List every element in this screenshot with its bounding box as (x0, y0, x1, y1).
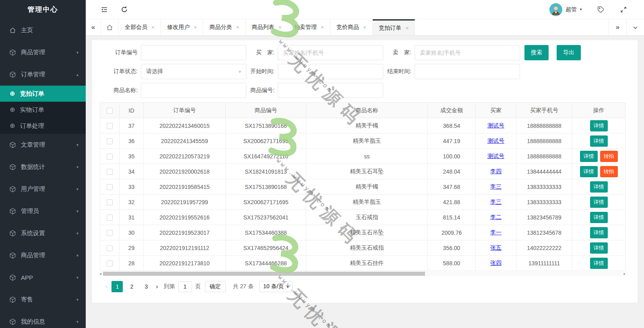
tab-home[interactable] (101, 19, 119, 35)
sidebar-item[interactable]: 文章管理▼ (0, 134, 86, 156)
order-status-select[interactable]: 请选择 ▼ (141, 64, 246, 79)
page-button[interactable]: 2 (126, 281, 137, 292)
end-time-input[interactable] (415, 64, 520, 79)
close-icon[interactable]: × (363, 24, 366, 31)
row-checkbox[interactable] (107, 245, 113, 251)
page-button[interactable]: 3 (140, 281, 152, 292)
detail-button[interactable]: 详情 (590, 242, 608, 254)
buyer-link[interactable]: 李四 (490, 168, 502, 174)
scroll-right-arrow-icon[interactable]: ▸ (623, 271, 625, 276)
buyer-link[interactable]: 测试号 (487, 122, 504, 129)
sidebar-subitem[interactable]: ⊕实物订单 (0, 102, 86, 118)
detail-button[interactable]: 详情 (580, 151, 598, 162)
tab-label: 修改用户 (167, 24, 190, 31)
detail-button[interactable]: 详情 (590, 120, 608, 131)
close-icon[interactable]: × (279, 24, 282, 31)
tab-item[interactable]: 竞价商品× (330, 19, 373, 35)
close-icon[interactable]: × (236, 24, 239, 31)
row-checkbox[interactable] (107, 154, 113, 160)
sidebar-collapse-icon[interactable] (100, 6, 108, 14)
buyer-link[interactable]: 张五 (490, 244, 502, 251)
product-name-input[interactable] (141, 83, 246, 98)
user-menu[interactable]: 超管 ▼ (549, 3, 582, 16)
detail-button[interactable]: 详情 (580, 166, 598, 177)
close-icon[interactable]: × (151, 24, 155, 31)
tab-label: 拍卖管理 (294, 24, 317, 31)
sidebar-item[interactable]: 商品管理▼ (0, 41, 86, 64)
sidebar-item[interactable]: 寄售▼ (0, 289, 86, 311)
sidebar-item[interactable]: 管理员▼ (0, 200, 86, 222)
row-checkbox[interactable] (107, 138, 113, 144)
resell-button[interactable]: 转拍 (600, 151, 618, 162)
tab-item[interactable]: 全部会员× (119, 19, 161, 35)
buyer-link[interactable]: 李三 (490, 183, 502, 190)
detail-button[interactable]: 详情 (590, 197, 608, 208)
tag-icon[interactable] (597, 6, 605, 13)
tab-item[interactable]: 修改用户× (161, 19, 203, 35)
phone-cell: 13911111111 (516, 256, 572, 271)
detail-button[interactable]: 详情 (590, 258, 608, 269)
pagination-next-button[interactable]: › (153, 283, 160, 290)
tab-item[interactable]: 商品列表× (246, 19, 288, 35)
goto-page-input[interactable] (178, 281, 192, 292)
buyer-link[interactable]: 李二 (490, 214, 502, 220)
close-icon[interactable]: × (321, 24, 324, 31)
row-checkbox[interactable] (107, 215, 113, 221)
resell-button[interactable]: 转拍 (600, 166, 618, 177)
refresh-icon[interactable] (120, 6, 128, 14)
buyer-link[interactable]: 张四 (490, 260, 502, 266)
product-no-input[interactable] (278, 83, 383, 98)
detail-button[interactable]: 详情 (590, 212, 608, 223)
fullscreen-icon[interactable] (620, 6, 627, 13)
buyer-link[interactable]: 李三 (490, 199, 502, 205)
sidebar-item[interactable]: 系统设置▼ (0, 222, 86, 244)
sidebar-item[interactable]: 用户管理▼ (0, 178, 86, 200)
sidebar-subitem[interactable]: ⊕订单处理 (0, 118, 86, 134)
scrollbar-thumb[interactable] (103, 272, 425, 276)
sidebar-item[interactable]: 商品管理▼ (0, 244, 86, 266)
export-button[interactable]: 导出 (557, 45, 581, 60)
pagination-prev-button[interactable]: ‹ (103, 283, 110, 290)
row-checkbox[interactable] (107, 184, 113, 190)
tabs-menu-button[interactable] (626, 19, 644, 35)
tab-item[interactable]: 拍卖管理× (288, 19, 330, 35)
buyer-link[interactable]: 测试号 (487, 153, 504, 159)
sidebar-item[interactable]: 订单管理▲ (0, 64, 86, 86)
detail-button[interactable]: 详情 (590, 181, 608, 193)
sidebar-subitem[interactable]: ⊕竞拍订单 (0, 86, 86, 102)
row-checkbox[interactable] (107, 169, 113, 175)
select-all-checkbox[interactable] (107, 108, 113, 114)
product-no-cell: SX174652956424 (226, 240, 306, 256)
confirm-button[interactable]: 确定 (205, 281, 226, 292)
order-no-input[interactable] (141, 45, 246, 60)
page-size-select[interactable]: 10 条/页 ▾ (259, 281, 293, 292)
buyer-link[interactable]: 李一 (490, 229, 502, 236)
close-icon[interactable]: × (405, 25, 409, 31)
scroll-left-arrow-icon[interactable]: ◂ (99, 271, 101, 276)
seller-input[interactable] (415, 45, 520, 60)
row-checkbox[interactable] (107, 123, 113, 129)
tabs-scroll-right-button[interactable]: » (609, 19, 626, 35)
detail-button[interactable]: 详情 (590, 135, 608, 147)
column-header: 买家手机号 (516, 103, 572, 118)
row-checkbox[interactable] (107, 199, 113, 205)
start-time-input[interactable] (278, 64, 383, 79)
sidebar-item[interactable]: 我的信息▼ (0, 311, 86, 328)
row-checkbox[interactable] (107, 260, 113, 266)
order-status-value: 请选择 (146, 68, 163, 75)
close-icon[interactable]: × (194, 24, 197, 31)
buyer-link[interactable]: 测试号 (487, 137, 504, 144)
sidebar-item[interactable]: APP▼ (0, 266, 86, 289)
amount-cell: 588.00 (428, 256, 476, 271)
product-no-cell: SX18241091813 (226, 164, 306, 179)
tabs-scroll-left-button[interactable]: « (86, 19, 101, 35)
row-checkbox[interactable] (107, 230, 113, 236)
tab-item[interactable]: 商品分类× (203, 19, 246, 35)
search-button[interactable]: 搜索 (524, 45, 549, 60)
sidebar-item[interactable]: 主页 (0, 19, 86, 41)
buyer-input[interactable] (278, 45, 383, 60)
tab-item[interactable]: 竞拍订单× (373, 19, 415, 35)
sidebar-item[interactable]: 数据统计▼ (0, 156, 86, 178)
page-button[interactable]: 1 (111, 281, 123, 292)
detail-button[interactable]: 详情 (590, 227, 608, 238)
